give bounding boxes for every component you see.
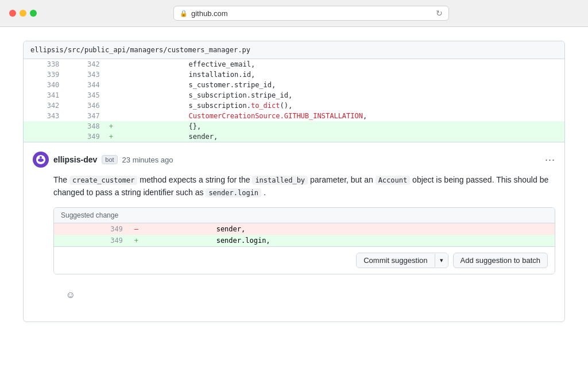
comment-time: 23 minutes ago — [122, 156, 173, 164]
review-card: ellipsis/src/public_api/managers/custome… — [23, 41, 565, 322]
emoji-reaction-button[interactable]: ☺ — [63, 287, 79, 303]
address-bar[interactable]: 🔒 github.com ↻ — [173, 6, 449, 21]
refresh-icon[interactable]: ↻ — [436, 9, 443, 18]
new-line-num: 342 — [64, 59, 104, 69]
line-code: installation.id, — [118, 69, 564, 80]
suggestion-diff-table: 349 – sender, 349 + sender.login, — [54, 223, 555, 246]
table-row: 349 + sender, — [24, 131, 564, 142]
reaction-area: ☺ — [33, 282, 555, 312]
removed-code: sender, — [144, 223, 555, 235]
table-row: 342 346 s_subscription.to_dict(), — [24, 100, 564, 111]
removed-line-num: 349 — [54, 223, 129, 235]
url-text: github.com — [191, 9, 228, 18]
traffic-lights — [9, 10, 37, 17]
bot-badge: bot — [102, 155, 117, 164]
table-row: 341 345 s_subscription.stripe_id, — [24, 90, 564, 100]
table-row: 343 347 CustomerCreationSource.GITHUB_IN… — [24, 111, 564, 121]
line-code: s_subscription.stripe_id, — [118, 90, 564, 100]
add-suggestion-to-batch-button[interactable]: Add suggestion to batch — [453, 253, 548, 268]
file-path: ellipsis/src/public_api/managers/custome… — [30, 46, 250, 54]
removed-line: 349 – sender, — [54, 223, 555, 235]
table-row: 338 342 effective_email, — [24, 59, 564, 69]
browser-chrome: 🔒 github.com ↻ — [0, 0, 588, 27]
inline-code-installed-by: installed_by — [252, 176, 308, 185]
diff-table: 338 342 effective_email, 339 343 install… — [24, 59, 564, 142]
inline-code-sender-login: sender.login — [206, 188, 261, 197]
removed-sign: – — [129, 223, 144, 235]
line-code: CustomerCreationSource.GITHUB_INSTALLATI… — [118, 111, 564, 121]
old-line-num: 338 — [24, 59, 64, 69]
table-row: 340 344 s_customer.stripe_id, — [24, 80, 564, 90]
table-row: 339 343 installation.id, — [24, 69, 564, 80]
commit-suggestion-button-group[interactable]: Commit suggestion ▾ — [356, 253, 448, 268]
comment-section: ellipsis-dev bot 23 minutes ago ··· The … — [24, 142, 564, 321]
close-button[interactable] — [9, 10, 16, 17]
lock-icon: 🔒 — [180, 10, 188, 17]
file-header: ellipsis/src/public_api/managers/custome… — [24, 41, 564, 59]
line-code: s_customer.stripe_id, — [118, 80, 564, 90]
inline-code-account: Account — [376, 176, 411, 185]
table-row: 348 + {}, — [24, 121, 564, 131]
page-content: ellipsis/src/public_api/managers/custome… — [0, 27, 588, 368]
comment-author: ellipsis-dev — [53, 155, 97, 164]
line-code: sender, — [118, 131, 564, 142]
avatar — [33, 152, 49, 168]
inline-code-create-customer: create_customer — [69, 176, 137, 185]
added-code: sender.login, — [144, 235, 555, 246]
commit-suggestion-button[interactable]: Commit suggestion — [357, 253, 434, 268]
suggested-change-box: Suggested change 349 – sender, 349 + — [53, 207, 555, 274]
added-line: 349 + sender.login, — [54, 235, 555, 246]
line-code: s_subscription.to_dict(), — [118, 100, 564, 111]
line-code: effective_email, — [118, 59, 564, 69]
suggested-change-header: Suggested change — [54, 208, 555, 223]
added-sign: + — [129, 235, 144, 246]
comment-header: ellipsis-dev bot 23 minutes ago ··· — [33, 152, 555, 168]
more-options-button[interactable]: ··· — [545, 154, 555, 166]
comment-body: The create_customer method expects a str… — [33, 173, 555, 199]
line-code: {}, — [118, 121, 564, 131]
maximize-button[interactable] — [30, 10, 37, 17]
added-line-num: 349 — [54, 235, 129, 246]
action-buttons: Commit suggestion ▾ Add suggestion to ba… — [54, 246, 555, 274]
smiley-icon: ☺ — [66, 290, 75, 300]
commit-suggestion-dropdown[interactable]: ▾ — [435, 254, 448, 267]
minimize-button[interactable] — [20, 10, 26, 17]
